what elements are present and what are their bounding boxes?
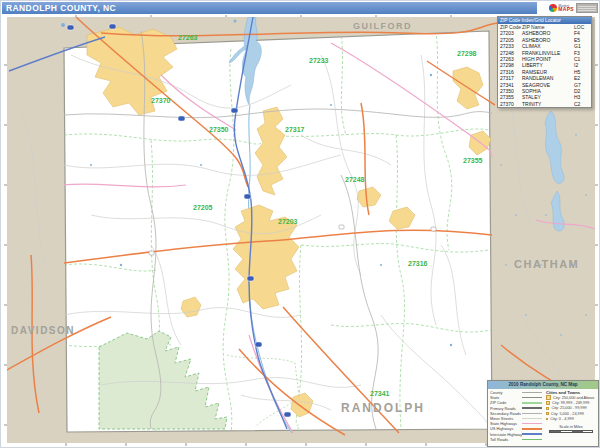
publisher-badge bbox=[576, 3, 598, 13]
zip-table-row: 27370TRINITYC2 bbox=[498, 101, 591, 107]
legend-line-samples: CountyStateZIP CodePrimary RoadsSecondar… bbox=[490, 390, 546, 442]
marketmaps-logo: Market MAPS bbox=[549, 4, 574, 12]
scale-bar-graphic bbox=[549, 430, 593, 433]
legend-item: Toll Roads bbox=[490, 437, 546, 442]
map-legend: 2010 Randolph County, NC Map CountyState… bbox=[487, 380, 599, 447]
legend-city-row: City: 99,999 - 249,999 bbox=[546, 400, 596, 405]
legend-city-row: City: 0 - 4,999 bbox=[546, 417, 596, 422]
logo-area: Market MAPS bbox=[537, 1, 600, 15]
map-canvas: GUILFORDDAVIDSONCHATHAMRANDOLPH272632723… bbox=[1, 15, 600, 448]
legend-city-row: City: 250,000 and Above bbox=[546, 395, 596, 400]
marketmaps-pinwheel-icon bbox=[549, 4, 557, 12]
zip-index-table: ZIP Code Index/Grid Locator ZIP Code ZIP… bbox=[497, 16, 592, 108]
scale-bar-label: Scale in Miles bbox=[546, 425, 596, 429]
scale-bar: Scale in Miles bbox=[546, 425, 596, 433]
legend-city-sizes: City: 250,000 and AboveCity: 99,999 - 24… bbox=[546, 395, 596, 422]
legend-title: 2010 Randolph County, NC Map bbox=[488, 381, 598, 389]
page-title: RANDOLPH COUNTY, NC bbox=[2, 2, 537, 14]
title-bar: RANDOLPH COUNTY, NC Market MAPS bbox=[1, 1, 600, 15]
zip-table-title: ZIP Code Index/Grid Locator bbox=[498, 17, 591, 24]
map-sheet: RANDOLPH COUNTY, NC Market MAPS bbox=[0, 0, 600, 448]
logo-brand-bottom: MAPS bbox=[558, 8, 574, 12]
